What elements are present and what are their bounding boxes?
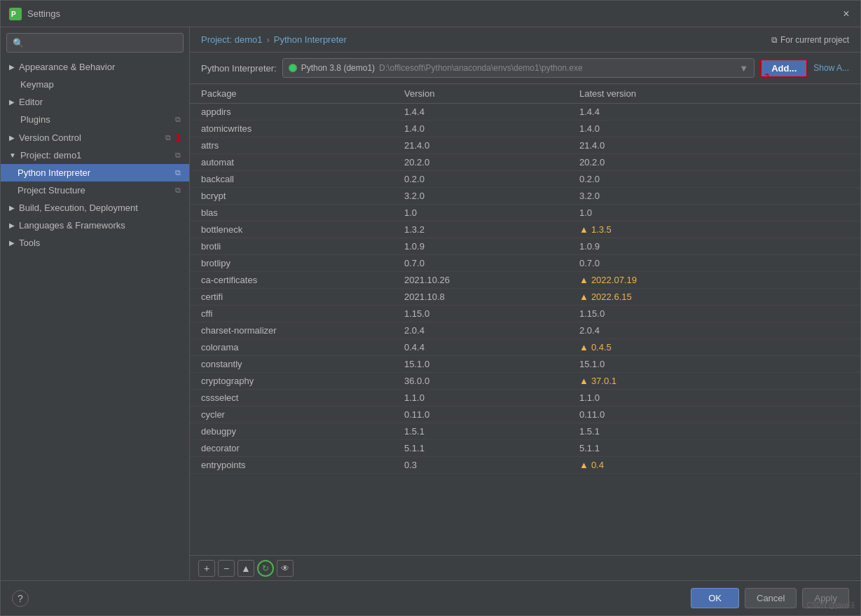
- package-latest-version: 1.0.9: [579, 241, 849, 252]
- package-name: attrs: [201, 140, 404, 151]
- close-button[interactable]: ×: [841, 8, 852, 20]
- table-row[interactable]: debugpy1.5.11.5.1: [190, 423, 860, 440]
- copy-icon: ⧉: [175, 151, 181, 160]
- package-name: constantly: [201, 359, 404, 369]
- add-package-button[interactable]: +: [198, 560, 215, 577]
- ok-button[interactable]: OK: [691, 588, 739, 608]
- table-row[interactable]: attrs21.4.021.4.0: [190, 137, 860, 154]
- search-icon: 🔍: [13, 38, 24, 48]
- breadcrumb-project[interactable]: Project: demo1: [201, 34, 262, 45]
- table-row[interactable]: blas1.01.0: [190, 205, 860, 221]
- table-row[interactable]: decorator5.1.15.1.1: [190, 440, 860, 457]
- document-icon: ⧉: [771, 35, 778, 45]
- table-row[interactable]: brotlipy0.7.00.7.0: [190, 255, 860, 272]
- package-latest-version: 0.11.0: [579, 409, 849, 420]
- chevron-right-icon: ▶: [9, 98, 15, 106]
- interpreter-status-dot: [289, 64, 297, 72]
- search-box[interactable]: 🔍: [6, 33, 184, 53]
- show-details-button[interactable]: 👁: [277, 560, 294, 577]
- table-row[interactable]: colorama0.4.4▲0.4.5: [190, 339, 860, 356]
- package-name: cycler: [201, 409, 404, 420]
- package-version: 0.4.4: [404, 342, 579, 353]
- sidebar-item-label: Languages & Frameworks: [19, 220, 125, 231]
- package-version: 21.4.0: [404, 140, 579, 151]
- table-row[interactable]: entrypoints0.3▲0.4: [190, 457, 860, 474]
- show-all-button[interactable]: Show A...: [813, 63, 849, 73]
- help-button[interactable]: ?: [12, 590, 29, 607]
- dialog-footer: ? OK Cancel Apply: [1, 580, 860, 615]
- remove-package-button[interactable]: −: [218, 560, 235, 577]
- package-latest-version: 21.4.0: [579, 140, 849, 151]
- sidebar-item-version-control[interactable]: ▶ Version Control ⧉ 1: [1, 128, 189, 146]
- table-row[interactable]: constantly15.1.015.1.0: [190, 356, 860, 373]
- package-name: cssselect: [201, 392, 404, 403]
- table-row[interactable]: atomicwrites1.4.01.4.0: [190, 121, 860, 137]
- package-name: backcall: [201, 174, 404, 184]
- sidebar-item-label: Project Structure: [18, 185, 85, 196]
- package-name: appdirs: [201, 107, 404, 117]
- package-name: brotli: [201, 241, 404, 252]
- package-version: 1.1.0: [404, 392, 579, 403]
- sidebar-item-keymap[interactable]: Keymap: [1, 76, 189, 93]
- sidebar-item-plugins[interactable]: Plugins ⧉: [1, 111, 189, 128]
- copy-icon: ⧉: [165, 133, 171, 142]
- upgrade-package-button[interactable]: ▲: [237, 560, 254, 577]
- table-row[interactable]: ca-certificates2021.10.26▲2022.07.19: [190, 272, 860, 289]
- sidebar-item-label: Project: demo1: [20, 150, 81, 160]
- sidebar-item-tools[interactable]: ▶ Tools: [1, 234, 189, 252]
- package-version: 2.0.4: [404, 325, 579, 336]
- svg-text:P: P: [11, 11, 16, 18]
- table-row[interactable]: backcall0.2.00.2.0: [190, 171, 860, 188]
- table-row[interactable]: bcrypt3.2.03.2.0: [190, 188, 860, 205]
- package-latest-version: ▲0.4.5: [579, 342, 849, 353]
- red-badge-1: 1: [175, 132, 181, 143]
- package-version: 0.3: [404, 460, 579, 470]
- sidebar-item-label: Python Interpreter: [18, 167, 90, 178]
- package-version: 20.2.0: [404, 157, 579, 167]
- package-name: decorator: [201, 443, 404, 453]
- upgrade-arrow-icon: ▲: [579, 275, 588, 285]
- package-version: 1.4.4: [404, 107, 579, 117]
- package-version: 1.4.0: [404, 123, 579, 134]
- interpreter-select[interactable]: Python 3.8 (demo1) D:\officesoft\Python\…: [282, 58, 755, 78]
- package-latest-version: 0.2.0: [579, 174, 849, 184]
- sidebar-item-languages-frameworks[interactable]: ▶ Languages & Frameworks: [1, 217, 189, 234]
- table-row[interactable]: bottleneck1.3.2▲1.3.5: [190, 221, 860, 238]
- table-header: Package Version Latest version: [190, 84, 860, 104]
- table-row[interactable]: appdirs1.4.41.4.4: [190, 104, 860, 121]
- sidebar-item-appearance[interactable]: ▶ Appearance & Behavior: [1, 58, 189, 76]
- table-row[interactable]: cycler0.11.00.11.0: [190, 406, 860, 423]
- sidebar: 🔍 ▶ Appearance & Behavior Keymap ▶ Edito…: [1, 27, 190, 580]
- package-version: 1.0.9: [404, 241, 579, 252]
- dropdown-arrow-icon: ▼: [739, 63, 748, 74]
- main-panel: Project: demo1 › Python Interpreter ⧉ Fo…: [190, 27, 860, 580]
- sidebar-item-project-demo1[interactable]: ▼ Project: demo1 ⧉: [1, 146, 189, 164]
- package-name: blas: [201, 207, 404, 218]
- table-row[interactable]: cffi1.15.01.15.0: [190, 306, 860, 322]
- sidebar-item-label: Tools: [19, 238, 40, 248]
- table-row[interactable]: certifi2021.10.8▲2022.6.15: [190, 289, 860, 306]
- cancel-button[interactable]: Cancel: [745, 588, 797, 608]
- package-version: 1.5.1: [404, 426, 579, 437]
- sidebar-item-python-interpreter[interactable]: Python Interpreter ⧉: [1, 164, 189, 182]
- table-row[interactable]: charset-normalizer2.0.42.0.4: [190, 322, 860, 339]
- table-row[interactable]: brotli1.0.91.0.9: [190, 238, 860, 255]
- breadcrumb-current[interactable]: Python Interpreter: [274, 34, 347, 45]
- for-current-project: ⧉ For current project: [771, 35, 849, 45]
- sidebar-item-project-structure[interactable]: Project Structure ⧉: [1, 182, 189, 199]
- sidebar-item-label: Plugins: [20, 114, 50, 125]
- chevron-right-icon: ▶: [9, 221, 15, 229]
- package-version: 5.1.1: [404, 443, 579, 453]
- package-version: 3.2.0: [404, 191, 579, 201]
- sidebar-item-editor[interactable]: ▶ Editor: [1, 93, 189, 111]
- package-latest-version: 1.15.0: [579, 308, 849, 319]
- table-row[interactable]: cryptography36.0.0▲37.0.1: [190, 373, 860, 390]
- table-row[interactable]: cssselect1.1.01.1.0: [190, 390, 860, 406]
- package-latest-version: 15.1.0: [579, 359, 849, 369]
- package-name: automat: [201, 157, 404, 167]
- upgrade-arrow-icon: ▲: [579, 342, 588, 353]
- search-input[interactable]: [27, 38, 177, 48]
- refresh-button[interactable]: ↻: [257, 560, 274, 577]
- sidebar-item-build-execution[interactable]: ▶ Build, Execution, Deployment: [1, 199, 189, 217]
- table-row[interactable]: automat20.2.020.2.0: [190, 154, 860, 171]
